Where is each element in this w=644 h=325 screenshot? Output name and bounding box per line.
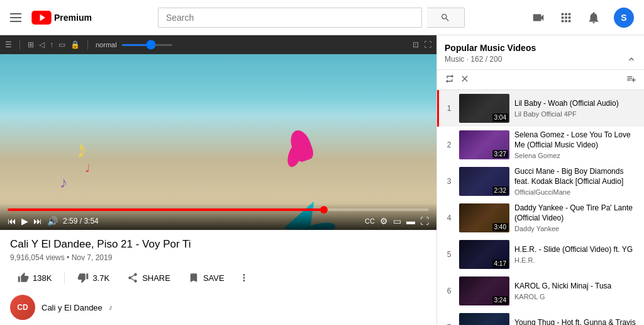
controls-row: ⏮ ▶ ⏭ 🔊 2:59 / 3:54 CC ⚙ ▭ bbox=[8, 216, 429, 226]
below-video: Cali Y El Dandee, Piso 21 - Voy Por Ti 9… bbox=[0, 230, 436, 295]
item-duration: 2:32 bbox=[492, 186, 508, 195]
video-controls: ⏮ ▶ ⏭ 🔊 2:59 / 3:54 CC ⚙ ▭ bbox=[0, 203, 436, 230]
playlist-item[interactable]: 5 4:17 H.E.R. - Slide (Official Video) f… bbox=[437, 236, 644, 273]
nav-left: Premium bbox=[10, 11, 92, 25]
channel-avatar[interactable]: CD bbox=[10, 295, 35, 320]
nav-right: S bbox=[531, 8, 634, 28]
playlist-subtitle: Music · 162 / 200 bbox=[445, 54, 636, 64]
miniplayer-button[interactable]: ▭ bbox=[393, 216, 401, 226]
playlist-item[interactable]: 4 3:40 Daddy Yankee - Que Tire Pa' Lante… bbox=[437, 200, 644, 236]
menu-button[interactable] bbox=[10, 13, 21, 22]
item-title: Lil Baby - Woah (Official Audio) bbox=[514, 99, 639, 109]
item-number: 1 bbox=[444, 104, 454, 113]
time-current: 2:59 bbox=[63, 217, 77, 225]
item-title: Selena Gomez - Lose You To Love Me (Offi… bbox=[514, 130, 639, 150]
search-button[interactable] bbox=[427, 8, 465, 28]
theater-button[interactable]: ▬ bbox=[406, 216, 415, 226]
toolbar-fullscreen-icon[interactable]: ⛶ bbox=[424, 40, 431, 49]
publish-date: Nov 7, 2019 bbox=[72, 253, 113, 262]
toolbar-blocks-icon[interactable]: ⊞ bbox=[28, 40, 34, 49]
item-duration: 3:24 bbox=[492, 296, 508, 304]
item-channel: KAROL G bbox=[514, 293, 639, 300]
video-player[interactable]: ♪ ♪ ♩ ⏮ ▶ ⏭ bbox=[0, 54, 436, 230]
item-info: H.E.R. - Slide (Official Video) ft. YG H… bbox=[514, 245, 639, 264]
item-info: Lil Baby - Woah (Official Audio) Lil Bab… bbox=[514, 99, 639, 118]
search-input[interactable] bbox=[158, 13, 421, 23]
play-button[interactable]: ▶ bbox=[21, 216, 28, 226]
toolbar-slider[interactable] bbox=[122, 44, 172, 46]
dislike-count: 3.7K bbox=[92, 273, 109, 283]
playlist-list: 1 3:04 Lil Baby - Woah (Official Audio) … bbox=[437, 90, 644, 325]
playlist-item[interactable]: 1 3:04 Lil Baby - Woah (Official Audio) … bbox=[437, 90, 644, 127]
item-thumbnail: 2:32 bbox=[459, 167, 509, 196]
toolbar-expand-icon[interactable]: ⊡ bbox=[413, 40, 419, 49]
toolbar-share-icon[interactable]: ↑ bbox=[50, 40, 53, 49]
camera-icon[interactable] bbox=[531, 10, 546, 25]
item-thumbnail: 3:27 bbox=[459, 130, 509, 159]
playlist-items: 1 3:04 Lil Baby - Woah (Official Audio) … bbox=[437, 90, 644, 325]
youtube-logo[interactable]: Premium bbox=[31, 11, 92, 25]
playlist-item[interactable]: 2 3:27 Selena Gomez - Lose You To Love M… bbox=[437, 127, 644, 163]
item-number: 5 bbox=[444, 250, 454, 259]
save-button[interactable]: SAVE bbox=[180, 268, 232, 287]
item-number: 4 bbox=[444, 214, 454, 222]
item-channel: Lil Baby Official 4PF bbox=[514, 110, 639, 118]
skip-back-button[interactable]: ⏮ bbox=[8, 216, 16, 226]
video-frame: ♪ ♪ ♩ ⏮ ▶ ⏭ bbox=[0, 54, 436, 230]
video-title: Cali Y El Dandee, Piso 21 - Voy Por Ti bbox=[10, 238, 426, 251]
playlist-count: Music · 162 / 200 bbox=[445, 55, 502, 64]
music-note-red: ♩ bbox=[85, 161, 90, 175]
loop-button[interactable] bbox=[445, 74, 455, 86]
toolbar-lock-icon[interactable]: 🔒 bbox=[70, 40, 80, 49]
channel-name[interactable]: Cali y El Dandee bbox=[42, 303, 103, 312]
toolbar-separator-2 bbox=[87, 40, 88, 50]
collapse-icon[interactable] bbox=[626, 54, 636, 64]
item-duration: 4:17 bbox=[492, 259, 508, 268]
channel-row: CD Cali y El Dandee ♪ bbox=[0, 295, 436, 325]
dislike-button[interactable]: 3.7K bbox=[70, 268, 117, 287]
fullscreen-button[interactable]: ⛶ bbox=[420, 216, 429, 226]
toolbar-window-icon[interactable]: ▭ bbox=[58, 40, 65, 49]
video-toolbar: ☰ ⊞ ◁ ↑ ▭ 🔒 normal ⊡ ⛶ bbox=[0, 35, 436, 54]
search-icon bbox=[440, 13, 450, 23]
avatar[interactable]: S bbox=[614, 8, 634, 28]
like-button[interactable]: 138K bbox=[10, 268, 59, 287]
item-channel: H.E.R. bbox=[514, 256, 639, 264]
more-button[interactable] bbox=[235, 268, 253, 287]
playlist-title: Popular Music Videos bbox=[445, 43, 636, 53]
top-navigation: Premium S bbox=[0, 0, 644, 35]
playlist-item[interactable]: 7 3:15 Young Thug - Hot ft. Gunna & Trav… bbox=[437, 309, 644, 325]
item-thumbnail: 3:40 bbox=[459, 203, 509, 232]
share-button[interactable]: SHARE bbox=[119, 268, 178, 287]
video-actions: 138K 3.7K SHARE SAVE bbox=[10, 268, 426, 287]
item-channel: Daddy Yankee bbox=[514, 225, 639, 232]
captions-button[interactable]: CC bbox=[365, 217, 375, 225]
toolbar-right: ⊡ ⛶ bbox=[413, 40, 431, 49]
close-playlist-button[interactable] bbox=[460, 74, 470, 86]
view-count: 9,916,054 views bbox=[10, 253, 65, 262]
save-label: SAVE bbox=[203, 273, 225, 283]
item-thumbnail: 3:24 bbox=[459, 277, 509, 305]
progress-fill bbox=[8, 208, 324, 211]
toolbar-menu-icon[interactable]: ☰ bbox=[5, 40, 12, 49]
skip-forward-button[interactable]: ⏭ bbox=[33, 216, 42, 226]
apps-icon[interactable] bbox=[558, 10, 574, 25]
item-title: H.E.R. - Slide (Official Video) ft. YG bbox=[514, 245, 639, 255]
notifications-icon[interactable] bbox=[586, 10, 601, 25]
item-title: Daddy Yankee - Que Tire Pa' Lante (Offic… bbox=[514, 203, 639, 223]
item-info: Young Thug - Hot ft. Gunna & Travis Youn… bbox=[514, 318, 639, 325]
toolbar-back-icon[interactable]: ◁ bbox=[39, 40, 45, 49]
volume-button[interactable]: 🔊 bbox=[47, 216, 58, 226]
playlist-item[interactable]: 3 2:32 Gucci Mane - Big Boy Diamonds fea… bbox=[437, 163, 644, 200]
add-to-playlist-button[interactable] bbox=[626, 74, 636, 86]
playlist-item[interactable]: 6 3:24 KAROL G, Nicki Minaj - Tusa KAROL… bbox=[437, 273, 644, 309]
toolbar-normal-label: normal bbox=[96, 41, 117, 48]
thumbs-up-icon bbox=[18, 272, 29, 283]
item-info: Gucci Mane - Big Boy Diamonds feat. Koda… bbox=[514, 167, 639, 195]
settings-button[interactable]: ⚙ bbox=[380, 216, 388, 226]
more-icon bbox=[238, 272, 250, 283]
like-dislike-divider bbox=[64, 271, 65, 284]
main-layout: ☰ ⊞ ◁ ↑ ▭ 🔒 normal ⊡ ⛶ ♪ ♪ ♩ bbox=[0, 35, 644, 325]
item-title: Gucci Mane - Big Boy Diamonds feat. Koda… bbox=[514, 167, 639, 186]
progress-bar[interactable] bbox=[8, 208, 429, 211]
